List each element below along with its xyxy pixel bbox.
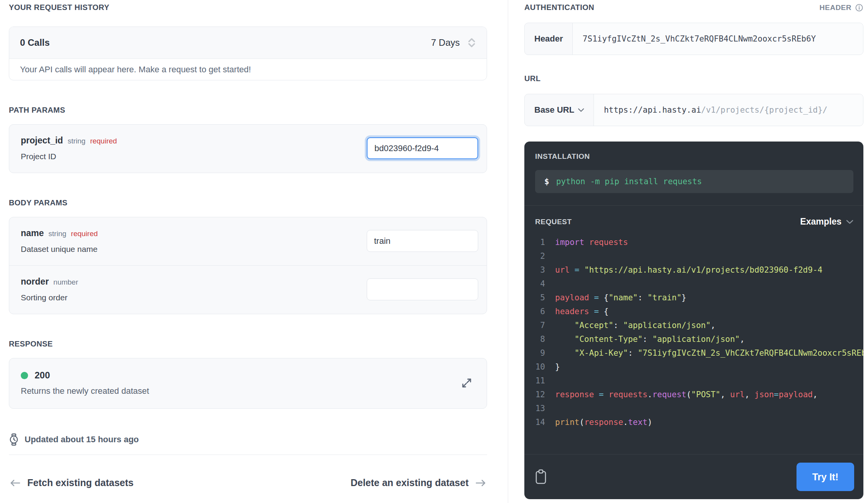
param-required-flag: required <box>71 230 98 238</box>
history-empty-message: Your API calls will appear here. Make a … <box>9 59 487 80</box>
pager-next-link[interactable]: Delete an existing dataset <box>351 477 487 488</box>
request-history-header: 0 Calls 7 Days <box>9 27 487 59</box>
param-type: number <box>53 278 78 286</box>
request-title: REQUEST <box>535 218 572 226</box>
installation-section: INSTALLATION $ python -m pip install req… <box>524 142 863 193</box>
param-name: name <box>21 228 44 238</box>
left-column: YOUR REQUEST HISTORY 0 Calls 7 Days Your… <box>0 0 508 503</box>
code-line: 11 <box>535 374 863 388</box>
request-header-row: REQUEST Examples <box>524 206 863 227</box>
install-command-box[interactable]: $ python -m pip install requests <box>535 170 853 193</box>
response-status: 200 <box>21 370 149 381</box>
updated-row: Updated about 15 hours ago <box>9 433 487 446</box>
examples-dropdown[interactable]: Examples <box>800 217 853 227</box>
pager-prev-label: Fetch existing datasets <box>27 477 133 488</box>
updated-text: Updated about 15 hours ago <box>25 435 139 445</box>
response-description: Returns the newly created dataset <box>21 386 149 396</box>
examples-label: Examples <box>800 217 841 227</box>
code-line: 12response = requests.request("POST", ur… <box>535 388 863 401</box>
pager-prev-link[interactable]: Fetch existing datasets <box>9 477 133 488</box>
code-line: 14print(response.text) <box>535 415 863 429</box>
panel-footer: Try It! <box>524 454 863 499</box>
url-host: https://api.hasty.ai <box>604 105 701 115</box>
response-title: RESPONSE <box>9 340 487 348</box>
auth-type-badge[interactable]: HEADER <box>820 3 863 12</box>
auth-header-label: Header <box>525 23 573 55</box>
clipboard-icon[interactable] <box>535 469 547 485</box>
param-info: project_id string required Project ID <box>21 135 117 161</box>
code-line: 13 <box>535 401 863 415</box>
period-select[interactable]: 7 Days <box>431 37 476 48</box>
info-icon <box>855 3 863 12</box>
install-command: python -m pip install requests <box>556 177 702 186</box>
unfold-chevrons-icon <box>467 37 476 48</box>
request-history-box: 0 Calls 7 Days Your API calls will appea… <box>9 27 487 80</box>
code-line: 6headers = { <box>535 305 863 318</box>
code-line: 1import requests <box>535 235 863 249</box>
api-reference-page: YOUR REQUEST HISTORY 0 Calls 7 Days Your… <box>0 0 868 503</box>
code-line: 4 <box>535 277 863 291</box>
arrow-left-icon <box>9 479 21 487</box>
project-id-input[interactable] <box>367 137 478 159</box>
url-path: /v1/projects/{project_id}/ <box>701 105 828 115</box>
param-head: project_id string required <box>21 135 117 146</box>
api-key-value[interactable]: 7S1iyfgIVcZtN_2s_VhCZkt7eRQFB4CLNwm2ooxc… <box>573 23 863 55</box>
status-code: 200 <box>35 370 50 381</box>
param-info: name string required Dataset unique name <box>21 228 98 254</box>
request-history-title: YOUR REQUEST HISTORY <box>9 3 487 12</box>
path-params-box: project_id string required Project ID <box>9 124 487 173</box>
right-column: AUTHENTICATION HEADER Header 7S1iyfgIVcZ… <box>508 0 868 503</box>
endpoint-url: https://api.hasty.ai/v1/projects/{projec… <box>594 94 863 126</box>
dataset-name-input[interactable] <box>367 230 478 252</box>
period-value: 7 Days <box>431 37 460 48</box>
url-box: Base URL https://api.hasty.ai/v1/project… <box>524 94 863 126</box>
installation-title: INSTALLATION <box>535 152 853 161</box>
path-params-title: PATH PARAMS <box>9 106 487 115</box>
authentication-title: AUTHENTICATION <box>524 3 594 12</box>
param-description: Project ID <box>21 152 117 161</box>
auth-type-label: HEADER <box>820 3 851 12</box>
try-it-button[interactable]: Try It! <box>796 463 854 491</box>
auth-header-row: AUTHENTICATION HEADER <box>524 3 863 12</box>
clock-icon <box>9 433 19 446</box>
body-params-box: name string required Dataset unique name… <box>9 217 487 314</box>
code-line: 8 "Content-Type": "application/json", <box>535 332 863 346</box>
base-url-select[interactable]: Base URL <box>525 94 594 126</box>
calls-count: 0 Calls <box>20 37 50 48</box>
body-params-title: BODY PARAMS <box>9 198 487 207</box>
auth-header-box: Header 7S1iyfgIVcZtN_2s_VhCZkt7eRQFB4CLN… <box>524 23 863 55</box>
code-line: 2 <box>535 249 863 263</box>
code-line: 10} <box>535 360 863 374</box>
param-info: norder number Sorting order <box>21 276 78 302</box>
param-description: Dataset unique name <box>21 245 98 254</box>
code-line: 7 "Accept": "application/json", <box>535 318 863 332</box>
url-title: URL <box>524 74 863 83</box>
code-line: 3url = "https://api.hasty.ai/v1/projects… <box>535 263 863 277</box>
status-dot-icon <box>21 372 28 379</box>
base-url-label: Base URL <box>534 105 574 115</box>
pager: Fetch existing datasets Delete an existi… <box>9 477 487 488</box>
param-type: string <box>68 137 85 145</box>
param-required-flag: required <box>90 137 117 145</box>
expand-icon[interactable] <box>460 376 474 390</box>
arrow-right-icon <box>475 479 487 487</box>
norder-input[interactable] <box>367 278 478 300</box>
code-panel: INSTALLATION $ python -m pip install req… <box>524 142 863 499</box>
chevron-down-icon <box>578 108 584 112</box>
footer-divider <box>9 455 487 455</box>
param-head: norder number <box>21 276 78 287</box>
param-row-project-id: project_id string required Project ID <box>9 125 487 173</box>
code-line: 5payload = {"name": "train"} <box>535 291 863 305</box>
chevron-down-icon <box>846 220 853 224</box>
param-name: project_id <box>21 135 63 146</box>
param-description: Sorting order <box>21 293 78 302</box>
shell-prompt: $ <box>544 177 549 186</box>
pager-next-label: Delete an existing dataset <box>351 477 469 488</box>
param-type: string <box>48 230 66 238</box>
code-line: 9 "X-Api-Key": "7S1iyfgIVcZtN_2s_VhCZkt7… <box>535 346 863 360</box>
param-head: name string required <box>21 228 98 238</box>
code-block[interactable]: 1import requests23url = "https://api.has… <box>524 235 863 454</box>
response-box[interactable]: 200 Returns the newly created dataset <box>9 358 487 409</box>
param-name: norder <box>21 276 49 287</box>
param-row-name: name string required Dataset unique name <box>9 217 487 265</box>
